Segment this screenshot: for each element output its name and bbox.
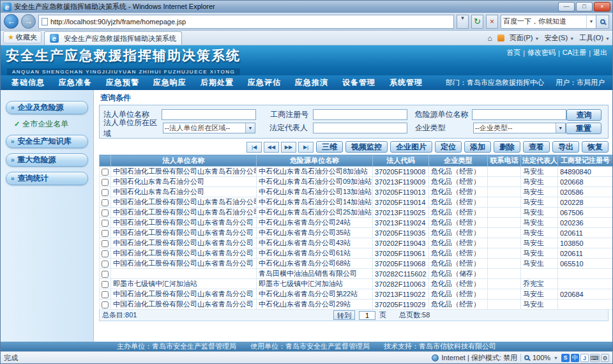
rss-icon[interactable] [497,34,504,42]
row-checkbox[interactable] [102,220,109,227]
header-link-2[interactable]: CA注册 [563,48,586,57]
ime-mode-icon[interactable]: J [580,354,589,362]
goto-page-button[interactable]: 转到 [333,310,355,320]
menu-item-1[interactable]: 应急准备 [52,77,99,88]
region-select[interactable]: --法人单位所在区域--▼ [163,123,255,133]
menu-item-3[interactable]: 应急响应 [146,77,193,88]
legal-rep-input[interactable] [313,123,407,133]
chevron-down-icon[interactable]: ▼ [554,356,558,360]
toolbar-button-0[interactable]: 三维 [316,141,343,153]
toolbar-button-6[interactable]: 查看 [523,141,550,153]
search-input[interactable] [501,18,586,26]
reset-button[interactable]: 重置 [566,123,602,134]
gear-icon[interactable]: ⚙ [601,354,609,362]
table-row[interactable]: 中国石油化工股份有限公司山东省青岛分公司中石化山东省青岛分公司43站370202… [100,238,613,248]
safety-menu[interactable]: 安全(S) ▼ [544,33,574,43]
row-checkbox[interactable] [102,169,109,176]
sidebar-button-4[interactable]: »查询统计 [6,172,88,185]
enterprise-type-select[interactable]: --企业类型--▼ [473,123,566,133]
home-icon[interactable]: ⌂ [488,34,492,43]
menu-item-4[interactable]: 后期处置 [193,77,241,88]
pager-nav-button-0[interactable]: |◀ [246,142,262,153]
toolbar-button-5[interactable]: 删除 [494,141,520,153]
chinese-mode-icon[interactable]: 中 [571,354,579,362]
table-cell: 中国石油化工股份有限公司山东省青岛分公司 [111,259,257,269]
address-dropdown-icon[interactable]: ▼ [457,15,469,29]
minimize-button[interactable]: — [558,2,575,11]
table-row[interactable]: 中国石油化工股份有限公司山东青岛石油分公司中石化山东青岛石油分公司25加油站37… [100,208,613,218]
business-reg-no-input[interactable] [313,109,407,120]
row-checkbox[interactable] [102,189,109,196]
row-checkbox[interactable] [102,240,109,247]
header-link-0[interactable]: 首页 [506,48,520,57]
sogou-icon[interactable]: S [561,354,570,362]
toolbar-button-7[interactable]: 导出 [552,141,579,153]
forward-button[interactable]: → [21,14,36,29]
table-row[interactable]: 中国石油化工股份有限公司山东青岛石油分公司中石化山东青岛石油分公司8加油站370… [100,167,613,177]
pager-nav-button-3[interactable]: ▶| [298,142,314,153]
tools-menu[interactable]: 工具(O) ▼ [579,33,610,43]
search-box[interactable]: ▼ [501,15,609,29]
close-button[interactable]: × [594,2,610,11]
menu-item-5[interactable]: 应急评估 [241,77,288,88]
sidebar-link-1[interactable]: ✓全市企业名单 [14,119,88,130]
toolbar-button-4[interactable]: 添加 [464,141,491,153]
row-checkbox[interactable] [102,250,109,257]
row-checkbox[interactable] [102,291,109,298]
page-number-input[interactable] [359,311,375,320]
menu-item-7[interactable]: 设备管理 [335,77,382,88]
table-row[interactable]: 中国石油化工股份有限公司山东青岛石油分公司中石化山东青岛石油分公司14加油站37… [100,197,613,208]
maximize-button[interactable]: □ [576,2,593,11]
row-checkbox[interactable] [102,271,109,278]
menu-item-6[interactable]: 应急推演 [288,77,335,88]
refresh-icon[interactable]: ↻ [471,15,483,29]
table-row[interactable]: 中国石化山东青岛石油分公司中石化山东青岛石油分公司09加油站370213F119… [100,177,613,187]
row-checkbox[interactable] [102,261,109,268]
toolbar-button-1[interactable]: 视频监控 [345,141,388,153]
keyboard-icon[interactable]: ⌨ [590,354,600,362]
tab-active[interactable]: e 安全生产应急救援指挥辅助决策系统 [44,31,182,45]
sidebar-button-3[interactable]: »重大危险源 [6,153,88,167]
row-checkbox[interactable] [102,301,109,308]
toolbar-button-2[interactable]: 企业图片 [390,141,432,153]
page-menu[interactable]: 页面(P) ▼ [510,33,540,43]
pager-nav-button-1[interactable]: ◀◀ [264,142,279,153]
table-row[interactable]: 即墨市七级镇中汇河加油站即墨市七级镇中汇河加油站370282F110063危化品… [100,279,613,289]
search-dropdown-icon[interactable]: ▼ [586,15,596,28]
table-row[interactable]: 中国石油化工股份有限公司山东省青岛分公司中石化山东省青岛分公司61站370205… [100,248,613,259]
search-button[interactable]: 查询 [566,109,602,121]
row-checkbox[interactable] [102,281,109,288]
back-button[interactable]: ← [4,14,19,29]
address-bar[interactable] [38,15,454,29]
toolbar-button-3[interactable]: 定位 [435,141,462,153]
zoom-level[interactable]: 100% [533,354,550,361]
menu-item-2[interactable]: 应急预警 [99,77,146,88]
favorites-button[interactable]: ★ 收藏夹 [3,31,42,43]
stop-icon[interactable]: × [486,15,498,29]
table-row[interactable]: 中国石油化工股份有限公司山东省青岛分公司中石化山东省青岛分公司第22站37021… [100,289,613,300]
row-checkbox[interactable] [102,209,109,216]
hazard-unit-name-input[interactable] [472,109,566,120]
row-checkbox[interactable] [102,179,109,186]
row-checkbox[interactable] [102,230,109,237]
table-row[interactable]: 中国石油化工股份有限公司山东省青岛分公司中石化山东省青岛分公司35站370205… [100,228,613,238]
table-row[interactable]: 中国石油化工股份有限公司山东省青岛分公司中石化山东省青岛分公司29站370205… [100,300,613,310]
zoom-icon[interactable] [524,355,529,360]
header-link-3[interactable]: 退出 [593,48,607,57]
header-link-1[interactable]: 修改密码 [527,48,556,57]
pager-nav-button-2[interactable]: ▶▶ [281,142,296,153]
table-row[interactable]: 中国石油化工股份有限公司山东省青岛分公司中石化山东省青岛分公司24站370213… [100,218,613,228]
address-input[interactable] [50,18,451,26]
menu-item-8[interactable]: 系统管理 [382,77,430,88]
page-icon [42,18,48,26]
table-row[interactable]: 中国石油化工股份有限公司山东省青岛分公司中石化山东省青岛分公司68站370205… [100,259,613,269]
table-row[interactable]: 青岛田横中油油品销售有限公司370282C115602危化品（储存） [100,269,613,279]
sidebar-button-0[interactable]: »企业及危险源 [6,101,88,114]
menu-item-0[interactable]: 基础信息 [4,77,52,88]
legal-unit-name-input[interactable] [162,109,256,120]
table-row[interactable]: 中国石化山东青岛石油分公司中石化山东青岛石油分公司13加油站370205F119… [100,187,613,197]
search-icon[interactable] [596,15,609,28]
row-checkbox[interactable] [102,199,109,206]
toolbar-button-8[interactable]: 恢复 [582,141,609,153]
sidebar-button-2[interactable]: »安全生产知识库 [6,135,88,148]
